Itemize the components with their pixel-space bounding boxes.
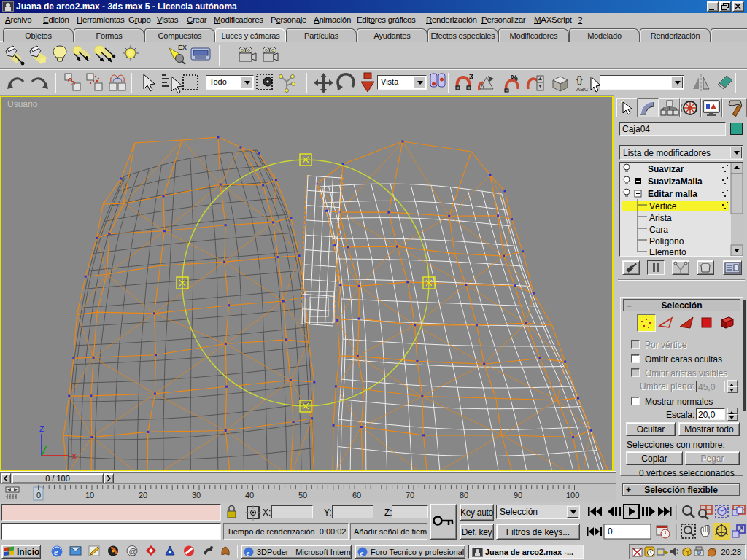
svg-text:3: 3 [469,73,473,81]
svg-text:{}: {} [576,74,583,85]
svg-text:e: e [247,548,250,557]
svg-text:100: 100 [566,491,579,499]
svg-text:Arista: Arista [649,213,672,223]
svg-text:50: 50 [298,491,307,499]
svg-text:80: 80 [460,491,468,499]
svg-text:40: 40 [245,491,254,499]
svg-text:Z: Z [39,424,44,433]
svg-text:0: 0 [608,526,613,537]
svg-text:Editar malla: Editar malla [648,189,697,199]
svg-text:SuavizaMalla: SuavizaMalla [648,176,703,187]
svg-text:e: e [360,548,364,557]
svg-text:90: 90 [514,491,522,499]
svg-text:60: 60 [352,491,361,499]
svg-text:e: e [54,547,58,557]
svg-text:Polígono: Polígono [649,236,684,246]
svg-text:Suavizar: Suavizar [648,164,684,174]
svg-text:70: 70 [406,491,414,499]
svg-text:20: 20 [139,491,147,499]
svg-text:30: 30 [192,491,201,499]
svg-text:x: x [72,451,77,460]
svg-text:EX: EX [178,44,187,51]
svg-text:Elemento: Elemento [649,247,686,256]
svg-text:Cara: Cara [649,225,668,235]
svg-text:0: 0 [36,491,41,499]
svg-text:ABC: ABC [576,86,589,93]
svg-text:@: @ [129,547,137,556]
svg-text:Vértice: Vértice [649,201,677,211]
svg-text:10: 10 [85,491,94,499]
